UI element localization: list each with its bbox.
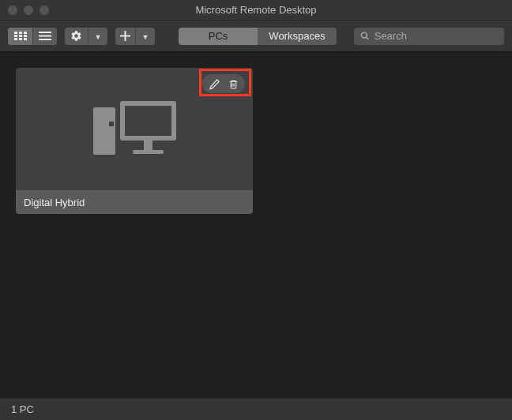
- grid-view-button[interactable]: [8, 28, 33, 45]
- svg-rect-1: [19, 32, 22, 34]
- add-segment: ▼: [115, 28, 155, 45]
- plus-icon: [120, 31, 130, 41]
- svg-rect-10: [39, 36, 51, 37]
- pc-count-label: 1 PC: [11, 403, 34, 415]
- settings-button[interactable]: [65, 28, 88, 45]
- svg-rect-3: [14, 35, 17, 37]
- svg-rect-8: [24, 38, 27, 40]
- status-bar: 1 PC: [0, 398, 512, 420]
- gear-icon: [70, 30, 82, 42]
- titlebar: Microsoft Remote Desktop: [0, 0, 512, 21]
- zoom-window-button[interactable]: [40, 6, 49, 15]
- toolbar: ▼ ▼ PCs Workspaces: [0, 21, 512, 52]
- add-menu-button[interactable]: ▼: [136, 28, 155, 45]
- svg-rect-20: [144, 141, 152, 150]
- delete-button[interactable]: [228, 78, 239, 90]
- svg-rect-7: [19, 38, 22, 40]
- search-input[interactable]: [375, 30, 498, 42]
- view-mode-segment: [8, 28, 57, 45]
- desktop-icon: [93, 99, 176, 159]
- grid-icon: [14, 32, 27, 40]
- svg-rect-13: [120, 36, 130, 37]
- edit-button[interactable]: [209, 78, 220, 90]
- svg-line-15: [367, 37, 369, 39]
- list-icon: [39, 32, 51, 40]
- trash-icon: [228, 78, 239, 90]
- settings-menu-button[interactable]: ▼: [88, 28, 107, 45]
- settings-segment: ▼: [65, 28, 107, 45]
- minimize-window-button[interactable]: [24, 6, 33, 15]
- svg-rect-11: [39, 39, 51, 40]
- pc-card-preview: [16, 68, 253, 190]
- chevron-down-icon: ▼: [142, 33, 149, 41]
- list-view-button[interactable]: [33, 28, 57, 45]
- svg-rect-16: [93, 107, 115, 155]
- svg-rect-19: [125, 106, 171, 136]
- window-controls: [8, 6, 49, 15]
- svg-rect-5: [24, 35, 27, 37]
- pc-card-actions: [202, 74, 245, 93]
- svg-point-14: [361, 32, 367, 38]
- chevron-down-icon: ▼: [95, 33, 102, 41]
- content-tabs: PCs Workspaces: [179, 28, 337, 45]
- svg-rect-4: [19, 35, 22, 37]
- pc-card-label: Digital Hybrid: [16, 190, 253, 214]
- pc-card[interactable]: Digital Hybrid: [16, 68, 253, 214]
- svg-rect-2: [24, 32, 27, 34]
- tab-workspaces[interactable]: Workspaces: [258, 28, 337, 45]
- add-button[interactable]: [115, 28, 136, 45]
- content-area: Digital Hybrid: [0, 52, 512, 398]
- window-title: Microsoft Remote Desktop: [195, 4, 316, 16]
- search-icon: [360, 31, 370, 41]
- svg-rect-21: [133, 150, 164, 154]
- close-window-button[interactable]: [8, 6, 17, 15]
- svg-rect-6: [14, 38, 17, 40]
- svg-rect-9: [39, 32, 51, 33]
- svg-rect-0: [14, 32, 17, 34]
- search-field[interactable]: [354, 28, 504, 45]
- pencil-icon: [209, 78, 220, 90]
- tab-pcs[interactable]: PCs: [179, 28, 258, 45]
- svg-rect-17: [109, 122, 114, 126]
